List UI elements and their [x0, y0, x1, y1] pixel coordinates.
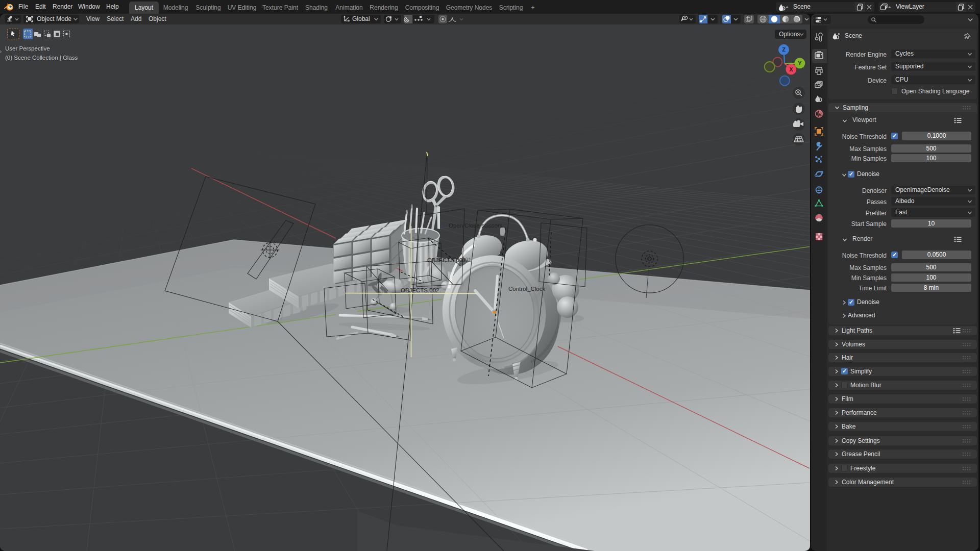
- svg-text:OBJECTS.001: OBJECTS.001: [433, 257, 471, 263]
- svg-text:Control_Clock: Control_Clock: [508, 286, 545, 292]
- svg-text:X: X: [789, 66, 793, 72]
- svg-text:Open/Close scissors: Open/Close scissors: [449, 222, 503, 229]
- svg-text:Z: Z: [782, 46, 786, 53]
- svg-text:Y: Y: [798, 60, 802, 66]
- svg-text:OBJECTS.002: OBJECTS.002: [401, 287, 439, 293]
